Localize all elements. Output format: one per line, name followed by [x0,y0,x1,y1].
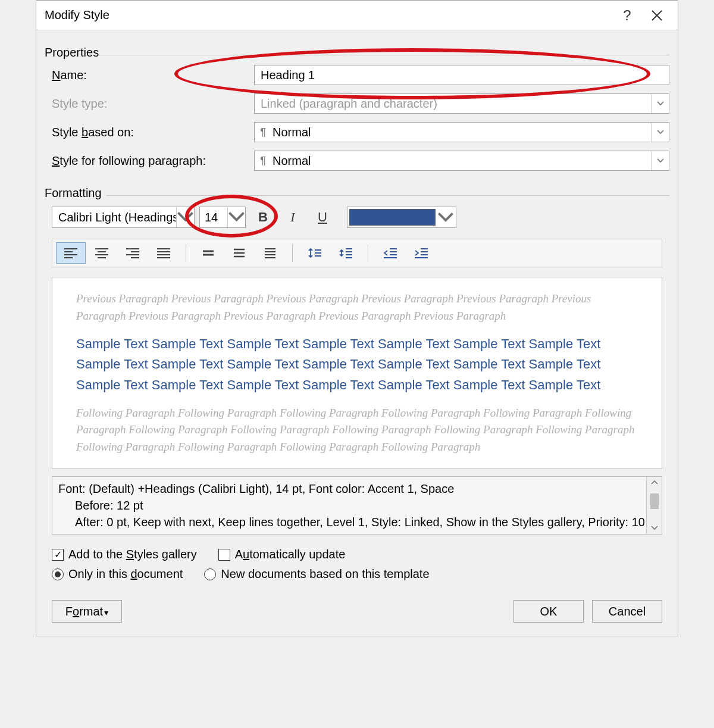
increase-indent-button[interactable] [406,242,436,264]
help-button[interactable]: ? [612,1,642,30]
scope-row: Only in this document New documents base… [36,561,678,581]
name-label: Name: [52,68,254,82]
color-swatch [349,209,436,226]
dialog-title: Modify Style [45,8,612,22]
align-right-button[interactable] [118,242,148,264]
bold-button[interactable]: B [250,207,275,228]
line-spacing-1-button[interactable] [193,242,223,264]
close-button[interactable] [642,1,672,30]
pilcrow-icon: ¶ [255,154,271,167]
preview-sample: Sample Text Sample Text Sample Text Samp… [76,334,638,395]
underline-button[interactable]: U [310,207,335,228]
only-in-document-radio[interactable]: Only in this document [52,567,183,581]
radio-icon [204,568,216,580]
preview-previous: Previous Paragraph Previous Paragraph Pr… [76,290,638,324]
properties-grid: Name: Heading 1 Style type: Linked (para… [36,61,678,171]
name-input[interactable]: Heading 1 [254,65,669,85]
style-preview: Previous Paragraph Previous Paragraph Pr… [52,277,662,469]
style-type-combo: Linked (paragraph and character) [254,93,669,114]
checkbox-icon [218,549,230,561]
checkbox-icon [52,549,64,561]
based-on-combo[interactable]: ¶ Normal [254,122,669,142]
new-documents-radio[interactable]: New documents based on this template [204,567,429,581]
scroll-down-icon [651,526,658,530]
following-combo[interactable]: ¶ Normal [254,151,669,171]
chevron-down-icon [651,94,669,113]
italic-button[interactable]: I [280,207,305,228]
font-name-combo[interactable]: Calibri Light (Headings) [52,207,195,228]
align-left-button[interactable] [56,242,86,264]
add-to-gallery-checkbox[interactable]: Add to the Styles gallery [52,548,197,561]
chevron-down-icon[interactable] [176,207,194,227]
pilcrow-icon: ¶ [255,126,271,139]
chevron-down-icon[interactable] [227,207,245,227]
button-row: Format OK Cancel [36,581,678,636]
formatting-row: Calibri Light (Headings) 14 B I U [36,202,678,228]
line-spacing-2-button[interactable] [255,242,285,264]
auto-update-checkbox[interactable]: Automatically update [218,548,346,561]
scroll-up-icon [651,480,658,485]
space-before-increase-button[interactable] [300,242,330,264]
close-icon [651,10,663,21]
chevron-down-icon[interactable] [651,151,669,170]
modify-style-dialog: Modify Style ? Properties Name: Heading … [36,0,678,636]
paragraph-toolbar [52,239,662,267]
style-description: Font: (Default) +Headings (Calibri Light… [52,476,662,535]
ok-button[interactable]: OK [513,600,584,623]
chevron-down-icon[interactable] [437,209,454,226]
formatting-section-label: Formatting [45,186,678,200]
align-justify-button[interactable] [149,242,178,264]
properties-section-label: Properties [45,46,678,60]
radio-icon [52,568,64,580]
decrease-indent-button[interactable] [375,242,405,264]
style-type-label: Style type: [52,97,254,111]
titlebar: Modify Style ? [36,1,678,30]
preview-following: Following Paragraph Following Paragraph … [76,405,638,456]
line-spacing-1-5-button[interactable] [224,242,254,264]
font-color-combo[interactable] [347,207,456,228]
font-size-combo[interactable]: 14 [199,207,246,228]
align-center-button[interactable] [87,242,117,264]
following-label: Style for following paragraph: [52,154,254,168]
chevron-down-icon[interactable] [651,123,669,142]
scroll-thumb[interactable] [650,493,659,509]
cancel-button[interactable]: Cancel [592,600,662,623]
format-button[interactable]: Format [52,600,122,623]
description-scrollbar[interactable] [646,477,662,534]
space-before-decrease-button[interactable] [331,242,361,264]
based-on-label: Style based on: [52,126,254,139]
options-row: Add to the Styles gallery Automatically … [36,535,678,561]
